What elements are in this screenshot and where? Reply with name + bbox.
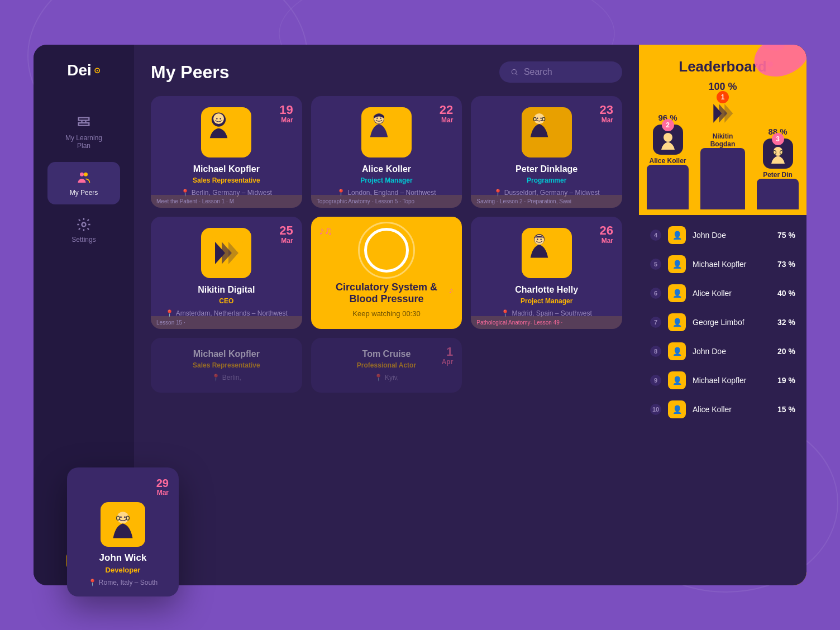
john-wick-avatar [103, 505, 142, 544]
svg-point-17 [540, 118, 541, 119]
music-notes-icon: ♪♫ [319, 225, 333, 237]
peer-card-peter-dinklage[interactable]: 23 Mar Peter Dinklage Programmer [471, 96, 622, 208]
sidebar-item-my-peers[interactable]: My Peers [47, 162, 120, 204]
app-logo: Dei ⊙ [67, 61, 101, 79]
svg-point-4 [84, 173, 88, 176]
podium-2-block [647, 165, 689, 209]
podium-rank-1: 1 Nikitin Bogdan [700, 97, 745, 209]
lb-percent: 40 % [777, 289, 795, 298]
leaderboard-item: 7 👤 George Limbof 32 % [639, 308, 806, 337]
leaderboard-item: 8 👤 John Doe 20 % [639, 337, 806, 366]
card-date: 26 Mar [600, 225, 613, 245]
peer-role: Project Manager [322, 176, 451, 184]
lb-avatar: 👤 [668, 371, 686, 389]
floating-card-john-wick[interactable]: 29 Mar John Wick Developer 📍 Rome, Italy… [67, 467, 179, 596]
peer-location: 📍 Kyiv, [322, 374, 451, 381]
podium-rank-2: 96 % 2 Alice Koller [647, 113, 689, 209]
lb-name: Michael Kopfler [693, 260, 771, 269]
peer-card-alice-koller[interactable]: 22 Mar Alice Koller P [311, 96, 462, 208]
podium-2-badge: 2 [662, 119, 674, 131]
svg-point-30 [664, 133, 672, 142]
lesson-ticker: Pathological Anatomy- Lesson 49 · [471, 316, 622, 329]
svg-point-5 [82, 223, 86, 227]
search-bar[interactable] [499, 61, 622, 83]
video-title: Circulatory System & Blood Pressure [322, 281, 451, 305]
avatar-figure [361, 107, 397, 142]
settings-icon [76, 217, 92, 232]
svg-point-14 [380, 118, 381, 119]
peer-name: Peter Dinklage [482, 164, 611, 174]
card-date: 25 Mar [279, 225, 293, 245]
lb-name: Alice Koller [693, 405, 771, 414]
peer-name: Alice Koller [322, 164, 451, 174]
nxt-logo-podium [709, 99, 737, 127]
sidebar-item-learning-plan[interactable]: My Learning Plan [47, 107, 120, 157]
peer-role: Professional Actor [322, 361, 451, 369]
peer-card-charlotte-helly[interactable]: 26 Mar Charlotte Helly Project Man [471, 217, 622, 329]
location-pin-icon: 📍 [88, 579, 97, 586]
podium-rank-3: 88 % 3 Peter Din [757, 127, 799, 209]
svg-point-15 [534, 113, 545, 124]
lb-avatar: 👤 [668, 342, 686, 360]
play-icon [379, 242, 394, 258]
leaderboard-header-area: Leaderboard [639, 45, 806, 75]
svg-point-35 [120, 517, 122, 518]
sidebar-item-label: Settings [71, 236, 96, 244]
svg-point-8 [213, 113, 224, 124]
svg-point-23 [537, 238, 538, 240]
lb-avatar: 👤 [668, 400, 686, 418]
page-title: My Peers [151, 62, 230, 83]
leaderboard-list: 4 👤 John Doe 75 % 5 👤 Michael Kopfler 73… [639, 215, 806, 585]
lb-name: George Limbof [693, 318, 771, 327]
lesson-ticker: Topographic Anatomy - Lesson 5 · Topo [311, 195, 462, 208]
play-button[interactable] [364, 228, 409, 273]
podium-1-name: Nikitin Bogdan [700, 132, 745, 148]
peer-name: Tom Cruise [322, 349, 451, 359]
lb-name: Alice Koller [693, 289, 771, 298]
svg-point-16 [537, 118, 538, 119]
podium-1-block [700, 148, 745, 209]
video-card[interactable]: ♪♫ ♪ Circulatory System & Blood Pressure… [311, 217, 462, 329]
sidebar-item-settings[interactable]: Settings [47, 209, 120, 251]
peer-location: 📍 Berlin, [162, 374, 291, 381]
podium-2-name: Alice Koller [649, 157, 686, 165]
peer-role: Sales Representative [162, 361, 291, 369]
avatar-figure [522, 228, 557, 263]
lb-percent: 75 % [777, 231, 795, 240]
sidebar-item-label: My Peers [70, 189, 98, 197]
peer-name: Michael Kopfler [162, 164, 291, 174]
leaderboard-item: 9 👤 Michael Kopfler 19 % [639, 366, 806, 395]
peer-role: Project Manager [482, 297, 611, 305]
lb-avatar: 👤 [668, 284, 686, 302]
lb-name: Michael Kopfler [693, 376, 771, 385]
peer-card-nikitin-digital[interactable]: 25 Mar Nikitin Digital CEO [151, 217, 302, 329]
floating-card-avatar [101, 502, 145, 547]
sidebar-item-label: My Learning Plan [59, 134, 109, 150]
podium-3-avatar: 3 [763, 139, 793, 169]
lb-name: John Doe [693, 347, 771, 356]
peer-role: Programmer [482, 176, 611, 184]
leaderboard-title-area: Leaderboard [639, 45, 806, 75]
card-date: 19 Mar [279, 104, 293, 124]
svg-point-13 [376, 118, 378, 119]
leaderboard-item: 5 👤 Michael Kopfler 73 % [639, 250, 806, 279]
logo-text: Dei [67, 61, 92, 79]
svg-point-6 [512, 69, 516, 74]
svg-point-34 [117, 512, 129, 523]
svg-point-10 [220, 118, 221, 119]
peer-card-michael-kopfler[interactable]: 19 Mar Michael Kopfler Sales Representat… [151, 96, 302, 208]
card-date: 23 Mar [600, 104, 613, 124]
floating-card-date-day: 29 [156, 478, 169, 489]
avatar-figure [201, 107, 236, 142]
lb-percent: 19 % [777, 376, 795, 385]
leaderboard-item: 6 👤 Alice Koller 40 % [639, 279, 806, 308]
lb-percent: 15 % [777, 405, 795, 414]
search-input[interactable] [524, 67, 611, 77]
leaderboard-panel: Leaderboard 100 % 96 % 2 Alice Koller [639, 45, 806, 585]
svg-point-3 [80, 173, 84, 176]
nxt-logo [201, 228, 251, 278]
peer-avatar [361, 107, 412, 157]
leaderboard-title: Leaderboard [650, 58, 795, 75]
music-note2-icon: ♪ [448, 285, 453, 295]
lesson-ticker: Sawing - Lesson 2 · Preparation, Sawi [471, 195, 622, 208]
